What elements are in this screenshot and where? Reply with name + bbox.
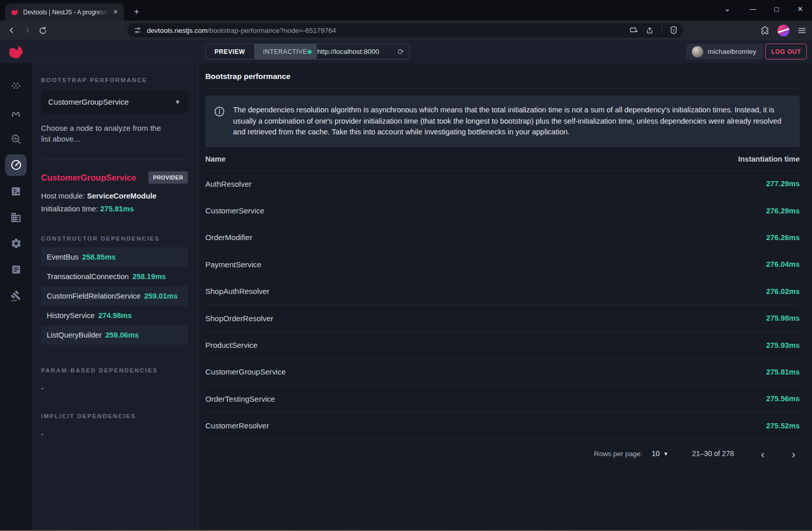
table-row[interactable]: ProductService275.93ms: [205, 332, 800, 359]
dependency-item[interactable]: EventBus258.85ms: [41, 247, 188, 267]
url-text: devtools.nestjs.com/bootstrap-performanc…: [147, 27, 629, 34]
panel-divider: [41, 159, 188, 160]
implicit-deps-title: IMPLICIT DEPENDENCIES: [41, 413, 188, 419]
forward-icon[interactable]: [20, 23, 35, 37]
logout-button[interactable]: LOG OUT: [765, 44, 807, 60]
constructor-deps-list: EventBus258.85msTransactionalConnection2…: [41, 247, 188, 345]
rows-per-page-select[interactable]: 10 ▼: [652, 449, 668, 458]
settings-gear-icon: [10, 238, 22, 249]
panel-section-title: BOOTSTRAP PERFORMANCE: [41, 77, 188, 83]
address-bar[interactable]: devtools.nestjs.com/bootstrap-performanc…: [127, 23, 683, 37]
dependency-name: CustomFieldRelationService: [47, 292, 141, 300]
table-row[interactable]: ShopOrderResolver275.98ms: [205, 305, 800, 331]
new-tab-button[interactable]: +: [129, 5, 144, 19]
row-name: ShopAuthResolver: [205, 287, 269, 296]
main-content: Bootstrap performance The dependencies r…: [199, 63, 812, 530]
row-instantiation-time: 275.81ms: [766, 368, 800, 376]
row-instantiation-time: 276.26ms: [766, 233, 800, 242]
performance-gauge-icon: [10, 159, 23, 171]
dependency-name: ListQueryBuilder: [47, 331, 102, 339]
param-deps-value: -: [41, 384, 188, 392]
connection-status-dot: [307, 50, 312, 54]
dependency-item[interactable]: HistoryService274.98ms: [41, 306, 188, 325]
extensions-icon[interactable]: [761, 26, 770, 35]
brave-shield-icon[interactable]: [669, 26, 678, 35]
param-deps-title: PARAM-BASED DEPENDENCIES: [41, 367, 188, 373]
sidebar-item-routes[interactable]: [0, 100, 32, 126]
init-time-line: Initialization time: 275.81ms: [41, 205, 188, 213]
site-settings-icon[interactable]: [133, 26, 142, 34]
sidebar-item-legal[interactable]: [0, 283, 32, 309]
tab-search-icon[interactable]: ⌄: [716, 1, 739, 16]
tab-close-icon[interactable]: ✕: [111, 8, 120, 17]
sidebar-item-settings[interactable]: [0, 230, 32, 257]
table-row[interactable]: PaymentService276.04ms: [205, 251, 800, 278]
performance-table: Name Instantiation time AuthResolver277.…: [205, 148, 800, 468]
row-instantiation-time: 275.56ms: [766, 395, 800, 403]
dependency-time: 258.85ms: [82, 253, 115, 261]
target-url: http://localhost:8000: [317, 48, 397, 55]
next-page-button[interactable]: ›: [787, 447, 800, 460]
maximize-icon[interactable]: ▢: [765, 1, 788, 16]
browser-menu-icon[interactable]: [797, 26, 807, 35]
previous-page-button[interactable]: ‹: [757, 447, 769, 460]
dependency-name: EventBus: [47, 253, 79, 261]
selected-node-name: CustomerGroupService: [41, 173, 136, 183]
sidebar-item-docs[interactable]: [0, 257, 32, 283]
row-instantiation-time: 276.29ms: [766, 207, 800, 215]
url-domain: devtools.nestjs.com: [147, 27, 208, 34]
info-text: The dependencies resolution algorithm is…: [233, 105, 788, 138]
browser-tab-bar: Devtools | NestJS - A progressive ✕ + ⌄ …: [0, 0, 812, 21]
row-name: PaymentService: [205, 260, 261, 269]
row-instantiation-time: 275.98ms: [766, 314, 800, 322]
send-to-device-icon[interactable]: [629, 26, 639, 35]
share-icon[interactable]: [646, 26, 654, 35]
chevron-down-icon: ▼: [663, 451, 668, 457]
user-chip[interactable]: michaelbromley: [687, 44, 763, 60]
row-name: AuthResolver: [205, 180, 252, 188]
search-insights-icon: [10, 133, 22, 145]
table-row[interactable]: ShopAuthResolver276.02ms: [205, 278, 800, 305]
table-row[interactable]: OrderTestingService275.56ms: [205, 386, 800, 412]
back-icon[interactable]: [4, 23, 20, 37]
username: michaelbromley: [708, 48, 757, 55]
table-row[interactable]: CustomerResolver275.52ms: [205, 412, 800, 439]
tab-preview[interactable]: PREVIEW: [206, 44, 254, 59]
close-window-icon[interactable]: ✕: [788, 1, 812, 16]
target-url-box[interactable]: http://localhost:8000 ⟳: [300, 44, 410, 60]
dependency-item[interactable]: TransactionalConnection258.19ms: [41, 267, 188, 286]
constructor-deps-title: CONSTRUCTOR DEPENDENCIES: [41, 235, 188, 242]
table-row[interactable]: AuthResolver277.29ms: [205, 171, 800, 198]
table-row[interactable]: CustomerGroupService275.81ms: [205, 359, 800, 385]
toolbar-right-cluster: [761, 23, 807, 37]
minimize-icon[interactable]: —: [741, 1, 765, 16]
table-body: AuthResolver277.29msCustomerService276.2…: [205, 171, 800, 440]
sidebar-item-modules[interactable]: [0, 204, 32, 230]
row-name: ShopOrderResolver: [205, 314, 274, 323]
docs-icon: [10, 264, 22, 276]
refresh-icon[interactable]: ⟳: [397, 47, 404, 56]
node-select[interactable]: CustomerGroupService ▼: [41, 90, 188, 114]
row-instantiation-time: 277.29ms: [766, 180, 800, 188]
sidebar-item-insights[interactable]: [0, 126, 32, 152]
row-instantiation-time: 275.52ms: [766, 422, 800, 430]
dependency-item[interactable]: CustomFieldRelationService259.01ms: [41, 286, 188, 306]
dependency-time: 259.06ms: [105, 331, 139, 339]
host-module-line: Host module: ServiceCoreModule: [41, 192, 188, 200]
node-select-hint: Choose a node to analyze from the list a…: [41, 123, 169, 144]
nestjs-favicon: [10, 8, 19, 16]
browser-toolbar: devtools.nestjs.com/bootstrap-performanc…: [0, 21, 812, 40]
chevron-down-icon: ▼: [175, 99, 181, 106]
table-row[interactable]: OrderModifier276.26ms: [205, 224, 800, 251]
sidebar-item-graph[interactable]: [0, 73, 32, 100]
table-row[interactable]: CustomerService276.29ms: [205, 198, 800, 224]
dependency-item[interactable]: ListQueryBuilder259.06ms: [41, 325, 188, 345]
reload-icon[interactable]: [35, 23, 50, 37]
browser-profile-avatar[interactable]: [778, 25, 789, 36]
sidebar-item-audit[interactable]: [0, 178, 32, 204]
gavel-icon: [10, 290, 22, 302]
sidebar-item-bootstrap-performance[interactable]: [0, 152, 32, 178]
node-select-value: CustomerGroupService: [48, 97, 175, 106]
table-header: Name Instantiation time: [205, 148, 800, 171]
browser-tab[interactable]: Devtools | NestJS - A progressive ✕: [5, 4, 124, 21]
